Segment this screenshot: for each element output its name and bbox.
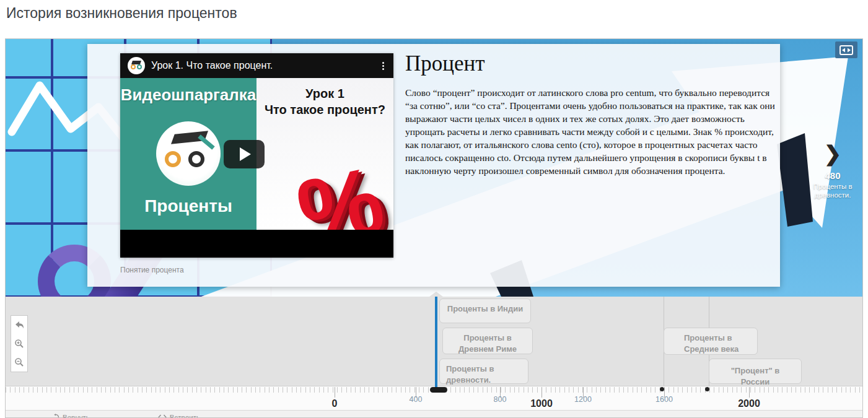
- zoom-out-button[interactable]: [11, 353, 27, 372]
- event-marker-rome[interactable]: Проценты в Древнем Риме: [442, 328, 533, 354]
- embed-icon: [158, 414, 167, 418]
- video-header: Урок 1. Что такое процент.: [120, 53, 393, 78]
- next-slide-title: Проценты в древности.: [805, 182, 861, 200]
- thumbnail-right-panel: Урок 1 Что такое процент? %: [256, 78, 393, 230]
- pencil-icon: [198, 134, 214, 150]
- percent-3d-graphic: %: [290, 152, 392, 230]
- video-thumbnail[interactable]: Видеошпаргалка Проценты Урок 1 Что тако: [120, 78, 393, 230]
- zoom-out-icon: [14, 357, 24, 367]
- slide-card: Урок 1. Что такое процент. Видеошпаргалк…: [87, 44, 780, 287]
- fullscreen-button[interactable]: [835, 41, 857, 58]
- axis-minor-label: 800: [494, 395, 507, 404]
- axis-era-label: 0: [332, 398, 338, 409]
- axis-major-tick: [749, 387, 750, 398]
- slide-text-panel: Процент Слово “процент” происходит от ла…: [405, 51, 777, 178]
- chevron-right-icon[interactable]: ❯: [805, 143, 861, 164]
- reuse-button[interactable]: Вернуть: [52, 414, 90, 418]
- page-title: История возникновения процентов: [6, 5, 237, 22]
- slide-heading: Процент: [405, 51, 777, 76]
- event-axis-dot[interactable]: [705, 387, 709, 391]
- axis-era-label: 1000: [530, 398, 553, 409]
- play-icon: [240, 147, 251, 161]
- play-button[interactable]: [224, 140, 265, 168]
- video-embed[interactable]: Урок 1. Что такое процент. Видеошпаргалк…: [120, 53, 393, 258]
- slide-area: Урок 1. Что такое процент. Видеошпаргалк…: [6, 39, 863, 297]
- glasses-icon: [188, 151, 204, 167]
- event-marker-antiquity[interactable]: Проценты в древности.: [439, 359, 528, 384]
- next-slide-nav[interactable]: ❯ 480 Проценты в древности.: [805, 143, 861, 200]
- video-title[interactable]: Урок 1. Что такое процент.: [151, 60, 374, 71]
- embed-button[interactable]: Встроить: [158, 414, 200, 418]
- kebab-menu-icon[interactable]: [380, 61, 386, 71]
- lesson-line2: Что такое процент?: [265, 103, 385, 116]
- timenav-toolbar: [11, 315, 28, 372]
- avatar-glasses-icon: [131, 64, 136, 69]
- active-event-line: [435, 297, 437, 390]
- reuse-label: Вернуть: [63, 414, 90, 418]
- zoom-in-icon: [14, 339, 24, 349]
- event-marker-middle-ages[interactable]: Проценты в Средние века: [664, 328, 758, 355]
- timenav-notch: [429, 292, 443, 297]
- lesson-title: Урок 1 Что такое процент?: [256, 85, 393, 118]
- fullscreen-icon: [840, 45, 853, 55]
- next-slide-date: 480: [805, 170, 861, 181]
- event-axis-dot[interactable]: [660, 387, 664, 391]
- lesson-line1: Урок 1: [305, 87, 344, 100]
- undo-arrow-icon: [14, 320, 25, 330]
- axis-minor-label: 1200: [574, 395, 592, 404]
- axis-major-tick: [335, 387, 335, 398]
- back-to-start-button[interactable]: [11, 316, 27, 334]
- footer-bar: Вернуть Встроить: [6, 410, 863, 418]
- series-label: Проценты: [120, 196, 256, 216]
- axis-era-label: 2000: [738, 398, 760, 409]
- media-caption: Понятие процента: [120, 266, 184, 274]
- event-marker-russia[interactable]: "Процент" в России: [709, 359, 802, 384]
- zoom-in-button[interactable]: [11, 334, 27, 353]
- glasses-icon: [165, 151, 181, 167]
- axis-minor-label: 1600: [655, 395, 673, 404]
- active-event-axis-marker[interactable]: [430, 387, 447, 393]
- video-letterbox: [120, 230, 393, 258]
- study-doodle-icon: [156, 121, 221, 186]
- reuse-icon: [52, 414, 59, 418]
- brand-text: Видеошпаргалка: [120, 85, 256, 105]
- slide-body-text: Слово “процент” происходит от латинского…: [405, 86, 777, 178]
- timeline-widget: Урок 1. Что такое процент. Видеошпаргалк…: [5, 38, 863, 418]
- embed-label: Встроить: [170, 414, 200, 418]
- channel-avatar[interactable]: [128, 57, 145, 74]
- axis-minor-label: 400: [410, 395, 423, 404]
- axis-major-tick: [541, 387, 542, 398]
- event-marker-india[interactable]: Проценты в Индии: [439, 298, 531, 323]
- avatar-glasses-icon: [137, 64, 142, 69]
